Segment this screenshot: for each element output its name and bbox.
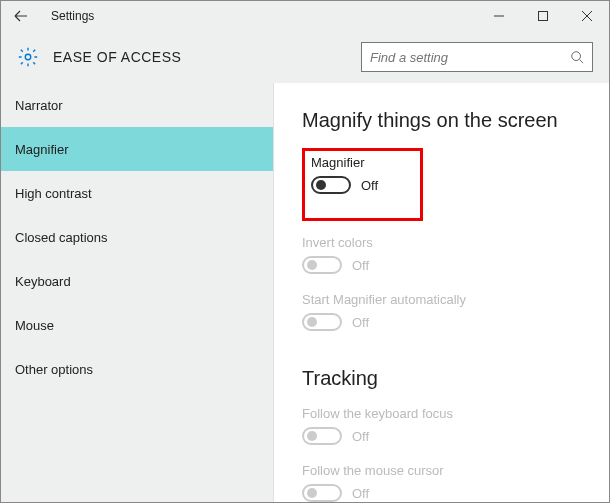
- follow-keyboard-toggle: [302, 427, 342, 445]
- sidebar-item-keyboard[interactable]: Keyboard: [1, 259, 273, 303]
- follow-mouse-toggle: [302, 484, 342, 502]
- header: EASE OF ACCESS: [1, 31, 609, 83]
- sidebar-item-magnifier[interactable]: Magnifier: [1, 127, 273, 171]
- close-button[interactable]: [565, 1, 609, 31]
- search-icon: [570, 50, 584, 64]
- sidebar-item-narrator[interactable]: Narrator: [1, 83, 273, 127]
- maximize-button[interactable]: [521, 1, 565, 31]
- svg-point-2: [572, 52, 581, 61]
- page-title: EASE OF ACCESS: [53, 49, 181, 65]
- sidebar-item-mouse[interactable]: Mouse: [1, 303, 273, 347]
- sidebar: Narrator Magnifier High contrast Closed …: [1, 83, 274, 502]
- section-title-magnify: Magnify things on the screen: [302, 109, 581, 132]
- sidebar-item-other-options[interactable]: Other options: [1, 347, 273, 391]
- invert-colors-toggle: [302, 256, 342, 274]
- titlebar: Settings: [1, 1, 609, 31]
- autostart-state: Off: [352, 315, 369, 330]
- window-title: Settings: [51, 9, 94, 23]
- invert-colors-label: Invert colors: [302, 235, 581, 250]
- sidebar-item-closed-captions[interactable]: Closed captions: [1, 215, 273, 259]
- follow-mouse-state: Off: [352, 486, 369, 501]
- follow-keyboard-label: Follow the keyboard focus: [302, 406, 581, 421]
- invert-colors-state: Off: [352, 258, 369, 273]
- search-input[interactable]: [370, 50, 570, 65]
- magnifier-toggle[interactable]: [311, 176, 351, 194]
- minimize-button[interactable]: [477, 1, 521, 31]
- section-title-tracking: Tracking: [302, 367, 581, 390]
- magnifier-label: Magnifier: [311, 155, 378, 170]
- gear-icon: [17, 46, 39, 68]
- search-box[interactable]: [361, 42, 593, 72]
- autostart-toggle: [302, 313, 342, 331]
- magnifier-state: Off: [361, 178, 378, 193]
- svg-rect-0: [539, 12, 548, 21]
- content: Magnify things on the screen Magnifier O…: [274, 83, 609, 502]
- autostart-label: Start Magnifier automatically: [302, 292, 581, 307]
- svg-point-1: [25, 54, 31, 60]
- back-button[interactable]: [9, 4, 33, 28]
- follow-mouse-label: Follow the mouse cursor: [302, 463, 581, 478]
- sidebar-item-high-contrast[interactable]: High contrast: [1, 171, 273, 215]
- highlight-annotation: Magnifier Off: [302, 148, 423, 221]
- follow-keyboard-state: Off: [352, 429, 369, 444]
